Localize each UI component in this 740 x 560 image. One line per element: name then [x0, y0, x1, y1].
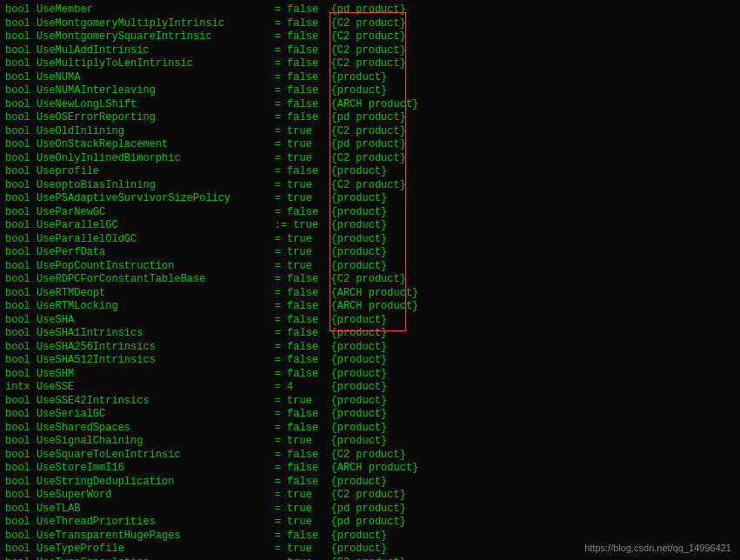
- table-row: bool UseSSE42Intrinsics = true {product}: [5, 395, 735, 409]
- table-row: bool UseMember = false {pd product}: [5, 3, 735, 17]
- table-row: bool UseSHM = false {product}: [5, 368, 735, 382]
- table-row: bool UseThreadPriorities = true {pd prod…: [5, 516, 735, 530]
- table-row: intx UseSSE = 4 {product}: [5, 381, 735, 395]
- table-row: bool UseParallelOldGC = true {product}: [5, 233, 735, 247]
- watermark: https://blog.csdn.net/qq_14996421: [584, 543, 731, 553]
- table-row: bool UseTransparentHugePages = false {pr…: [5, 530, 735, 543]
- table-row: bool UseRDPCForConstantTableBase = false…: [5, 273, 735, 287]
- table-row: bool UseTypeSpeculation = true {C2 produ…: [5, 557, 735, 561]
- table-row: bool UseOnStackReplacement = true {pd pr…: [5, 138, 735, 152]
- table-row: bool UseSHA256Intrinsics = false {produc…: [5, 341, 735, 355]
- table-row: bool UseOSErrorReporting = false {pd pro…: [5, 111, 735, 125]
- table-row: bool UseSquareToLenIntrinsic = false {C2…: [5, 449, 735, 463]
- table-row: bool UseTLAB = true {pd product}: [5, 503, 735, 517]
- table-row: bool UseStringDeduplication = false {pro…: [5, 476, 735, 490]
- table-row: bool UseSuperWord = true {C2 product}: [5, 489, 735, 503]
- table-row: bool Useprofile = false {product}: [5, 165, 735, 179]
- table-row: bool UseNewLongLShift = false {ARCH prod…: [5, 98, 735, 112]
- table-row: bool UseParallelGC := true {product}: [5, 219, 735, 233]
- table-row: bool UsePSAdaptiveSurvivorSizePolicy = t…: [5, 192, 735, 206]
- table-row: bool UsePopCountInstruction = true {prod…: [5, 260, 735, 274]
- table-row: bool UseOnlyInlinedBimorphic = true {C2 …: [5, 152, 735, 166]
- table-row: bool UseRTMLocking = false {ARCH product…: [5, 300, 735, 314]
- table-row: bool UseMulAddIntrinsic = false {C2 prod…: [5, 44, 735, 58]
- table-row: bool UseSHA512Intrinsics = false {produc…: [5, 354, 735, 368]
- table-row: bool UseStoreImmI16 = false {ARCH produc…: [5, 462, 735, 476]
- table-row: bool UseOldInlining = true {C2 product}: [5, 125, 735, 139]
- table-row: bool UsePerfData = true {product}: [5, 246, 735, 260]
- terminal-window: bool UseMember = false {pd product}bool …: [0, 0, 740, 560]
- table-row: bool UseSignalChaining = true {product}: [5, 435, 735, 449]
- table-row: bool UseNUMAInterleaving = false {produc…: [5, 84, 735, 98]
- table-row: bool UseSharedSpaces = false {product}: [5, 422, 735, 436]
- table-row: bool UseSHA1Intrinsics = false {product}: [5, 327, 735, 341]
- table-row: bool UseNUMA = false {product}: [5, 71, 735, 85]
- table-row: bool UseSHA = false {product}: [5, 314, 735, 328]
- table-row: bool UseRTMDeopt = false {ARCH product}: [5, 287, 735, 301]
- table-row: bool UseoptoBiasInlining = true {C2 prod…: [5, 179, 735, 193]
- table-row: bool UseParNewGC = false {product}: [5, 206, 735, 220]
- table-row: bool UseMontgomeryMultiplyIntrinsic = fa…: [5, 17, 735, 31]
- table-row: bool UseMultiplyToLenIntrinsic = false {…: [5, 57, 735, 71]
- code-output: bool UseMember = false {pd product}bool …: [5, 3, 735, 560]
- table-row: bool UseSerialGC = false {product}: [5, 408, 735, 422]
- table-row: bool UseMontgomerySquareIntrinsic = fals…: [5, 30, 735, 44]
